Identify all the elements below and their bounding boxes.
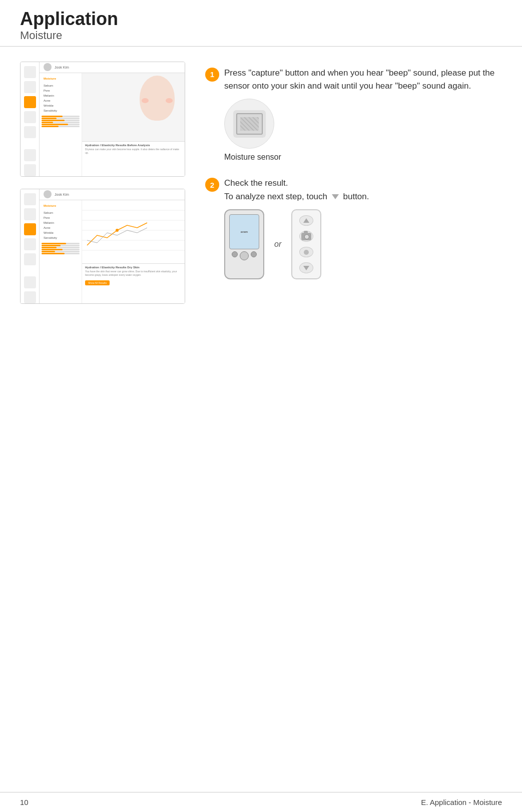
sidebar2-home-icon (24, 193, 36, 205)
remote-down-btn (299, 262, 313, 273)
device-btn-left (232, 251, 238, 257)
sensor-label: Moisture sensor (224, 153, 281, 162)
step2-header: 2 Check the result. To analyze next step… (205, 177, 502, 203)
app-menu-sensitivity-1: Sensitivity (42, 108, 80, 113)
app-right-panel-2: Hydration / Elasticity Results Dry Skin … (82, 200, 185, 303)
slider-row-1 (42, 116, 80, 117)
page-title-sub: Moisture (20, 29, 502, 42)
step-2-line2-end: button. (343, 192, 369, 201)
sidebar-settings-icon (24, 149, 36, 161)
app-menu-acne-1: Acne (42, 98, 80, 103)
app-menu-wrinkle-2: Wrinkle (42, 230, 80, 235)
chevron-down-icon (303, 266, 309, 270)
app-sidebar-1 (21, 62, 40, 176)
graph-svg (82, 200, 185, 265)
screenshots-column: Jook Kim Moisture Sebum Pore Melanin Acn… (20, 62, 185, 304)
app-menu-acne-2: Acne (42, 225, 80, 230)
app-menu-wrinkle-1: Wrinkle (42, 103, 80, 108)
page-header: Application Moisture (0, 0, 522, 47)
app-main-2: Jook Kim Moisture Sebum Pore Melanin Acn… (40, 189, 185, 303)
footer-title: E. Application - Moisture (421, 798, 502, 806)
remote-circle-btn (299, 247, 313, 258)
slider-row-5 (42, 124, 80, 125)
instruction-block-1: 1 Press "capture" button and when you he… (205, 67, 502, 162)
footer-page-number: 10 (20, 798, 29, 806)
sensor-inner (233, 110, 266, 138)
sidebar-home-icon (24, 66, 36, 78)
sidebar2-user-icon (24, 208, 36, 220)
remote-up-btn (299, 215, 313, 226)
app-main-1: Jook Kim Moisture Sebum Pore Melanin Acn… (40, 62, 185, 176)
slider-row-6 (42, 126, 80, 127)
app-user-name-2: Jook Kim (55, 193, 69, 196)
show-all-results-btn[interactable]: Show All Results (85, 280, 110, 285)
sidebar2-other-icon (24, 253, 36, 265)
app-content-area-2: Moisture Sebum Pore Melanin Acne Wrinkle… (40, 200, 185, 303)
app-avatar-1 (44, 63, 52, 71)
remote-mockup (291, 209, 321, 279)
app-right-panel-1: Hydration / Elasticity Results Before An… (82, 73, 185, 176)
main-content: Jook Kim Moisture Sebum Pore Melanin Acn… (0, 62, 522, 304)
step1-header: 1 Press "capture" button and when you he… (205, 67, 502, 93)
app-bottom-1: Hydration / Elasticity Results Before An… (82, 141, 185, 176)
app-top-bar-1: Jook Kim (40, 62, 185, 73)
app-content-area-1: Moisture Sebum Pore Melanin Acne Wrinkle… (40, 73, 185, 176)
sidebar-other-icon (24, 126, 36, 138)
screenshot-2: Jook Kim Moisture Sebum Pore Melanin Acn… (20, 189, 185, 304)
step-1-text: Press "capture" button and when you hear… (224, 67, 502, 93)
app-menu-melanin-1: Melanin (42, 93, 80, 98)
sidebar-user-icon (24, 81, 36, 93)
app-bottom-text-2: You have the skin that never can grow sh… (85, 270, 182, 277)
app-menu-moisture-2: Moisture (42, 203, 80, 208)
chevron-up-icon (303, 218, 309, 223)
app-menu-sensitivity-2: Sensitivity (42, 235, 80, 240)
app-left-panel-2: Moisture Sebum Pore Melanin Acne Wrinkle… (40, 200, 82, 303)
app-menu-melanin-2: Melanin (42, 220, 80, 225)
sidebar2-bottom-icon (24, 291, 36, 303)
or-text: or (274, 240, 281, 249)
app-top-bar-2: Jook Kim (40, 189, 185, 200)
app-menu-pore-2: Pore (42, 215, 80, 220)
page-title-main: Application (20, 9, 502, 29)
sidebar2-settings-icon (24, 276, 36, 288)
device-brand-label: aram (241, 230, 248, 233)
chevron-down-indicator (332, 194, 339, 199)
step-2-line1: Check the result. (224, 178, 288, 188)
app-menu-sebum-1: Sebum (42, 83, 80, 88)
face-oval-1 (140, 76, 175, 121)
svg-point-5 (116, 229, 119, 232)
device-btn-center (240, 251, 249, 260)
instructions-column: 1 Press "capture" button and when you he… (205, 62, 502, 304)
app-menu-moisture-1: Moisture (42, 76, 80, 81)
instruction-block-2: 2 Check the result. To analyze next step… (205, 177, 502, 279)
app-sidebar-2 (21, 189, 40, 303)
sidebar2-search-icon (24, 238, 36, 250)
camera-icon (301, 233, 311, 240)
device-buttons (232, 251, 257, 260)
device-screen: aram (229, 214, 259, 249)
step-2-line2: To analyze next step, touch (224, 192, 327, 201)
app-menu-pore-1: Pore (42, 88, 80, 93)
screenshot-1: Jook Kim Moisture Sebum Pore Melanin Acn… (20, 62, 185, 177)
slider-row-2 (42, 118, 80, 119)
step-1-circle: 1 (205, 68, 219, 82)
sidebar2-active-icon (24, 223, 36, 235)
step-2-text: Check the result. To analyze next step, … (224, 177, 369, 203)
app-left-panel-1: Moisture Sebum Pore Melanin Acne Wrinkle… (40, 73, 82, 176)
face-cheek-left-1 (142, 98, 149, 103)
app-user-name-1: Jook Kim (55, 66, 69, 69)
sidebar-bottom-icon (24, 164, 36, 176)
app-bottom-text-1: Dryness can make your skin become less s… (85, 148, 182, 155)
app-bottom-title-2: Hydration / Elasticity Results Dry Skin (85, 266, 182, 269)
face-cheek-right-1 (166, 98, 173, 103)
remote-camera-btn (299, 231, 313, 242)
sensor-circle (224, 99, 274, 149)
step-2-circle: 2 (205, 178, 219, 192)
slider-row-4 (42, 122, 80, 123)
app-avatar-2 (44, 190, 52, 198)
device-illustration: aram or (205, 209, 502, 279)
app-bottom-2: Hydration / Elasticity Results Dry Skin … (82, 263, 185, 303)
sidebar-search-icon (24, 111, 36, 123)
slider-row-3 (42, 120, 80, 121)
app-menu-sebum-2: Sebum (42, 210, 80, 215)
